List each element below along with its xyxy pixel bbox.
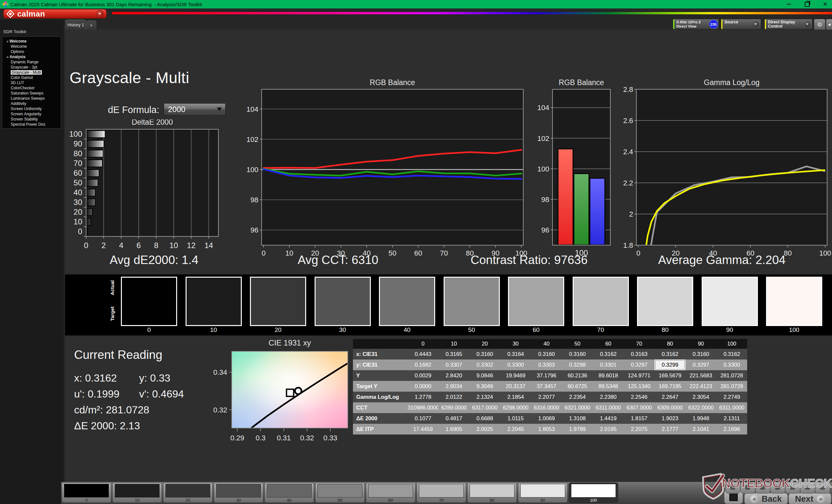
table-cell[interactable]: 1.0069: [531, 413, 562, 424]
sidebar-item-options[interactable]: Options: [2, 49, 61, 54]
table-cell[interactable]: 2.2546: [624, 392, 654, 402]
table-cell[interactable]: 2.2647: [654, 392, 685, 402]
settings-gear-button[interactable]: ⚙: [814, 19, 826, 30]
table-cell[interactable]: 1.2778: [408, 392, 438, 402]
table-cell[interactable]: 2.2354: [562, 392, 593, 402]
table-cell[interactable]: 0.0000: [408, 381, 438, 392]
table-cell[interactable]: 0.3163: [624, 349, 654, 360]
table-cell[interactable]: 2.2077: [531, 392, 562, 402]
calman-menu-dropdown-icon[interactable]: [96, 10, 104, 18]
pattern-button-50[interactable]: 50: [315, 482, 365, 503]
table-cell[interactable]: 1.8053: [531, 424, 562, 435]
source-dropdown[interactable]: Source: [721, 19, 761, 30]
table-cell[interactable]: 1.4419: [593, 413, 624, 424]
mini-toolbar-button-1[interactable]: [725, 482, 740, 494]
table-cell[interactable]: 2.0025: [469, 424, 500, 435]
sidebar-item-luminance-sweeps[interactable]: Luminance Sweeps: [2, 96, 61, 101]
table-cell[interactable]: 6307.0000: [624, 402, 654, 413]
display-control-dropdown[interactable]: Direct Display Control: [764, 19, 812, 30]
table-cell[interactable]: 2.2075: [624, 424, 654, 435]
tab-history-1[interactable]: History 1: [65, 20, 86, 30]
table-cell[interactable]: 222.4123: [685, 381, 716, 392]
table-cell[interactable]: 60.6725: [562, 381, 593, 392]
sidebar-item-screen-angularity[interactable]: Screen Angularity: [2, 111, 61, 117]
table-cell[interactable]: 89.6018: [593, 370, 624, 381]
mini-toolbar-button-6[interactable]: [800, 482, 815, 494]
table-cell[interactable]: 2.1777: [654, 424, 685, 435]
table-cell[interactable]: 0.3307: [438, 360, 469, 370]
panel-collapse-button[interactable]: ◀: [826, 19, 832, 30]
table-cell[interactable]: 1.8157: [624, 413, 654, 424]
table-cell[interactable]: 0.3164: [500, 349, 531, 360]
table-cell[interactable]: 2.2380: [593, 392, 624, 402]
table-cell[interactable]: 1.0115: [500, 413, 531, 424]
display-control-dropdown-icon[interactable]: [805, 21, 810, 28]
mini-toolbar-button-4[interactable]: [770, 482, 785, 494]
table-cell[interactable]: 6321.0000: [562, 402, 593, 413]
table-cell[interactable]: 2.1324: [469, 392, 500, 402]
sidebar-item-welcome[interactable]: Welcome: [2, 44, 61, 49]
table-cell[interactable]: 124.9771: [624, 370, 654, 381]
table-cell[interactable]: 6317.0000: [469, 402, 500, 413]
table-cell[interactable]: 0.3160: [469, 349, 500, 360]
table-cell[interactable]: 2.1041: [685, 424, 716, 435]
close-button[interactable]: ×: [820, 0, 830, 8]
sidebar-item-saturation-sweeps[interactable]: Saturation Sweeps: [2, 91, 61, 96]
table-cell[interactable]: 0.3299: [654, 360, 685, 370]
pattern-button-10[interactable]: 10: [112, 482, 162, 503]
sidebar-item-3d-lut[interactable]: 3D LUT: [2, 80, 61, 85]
table-cell[interactable]: 9.3049: [469, 381, 500, 392]
source-dropdown-icon[interactable]: [752, 21, 759, 28]
table-cell[interactable]: 9.0846: [469, 370, 500, 381]
table-cell[interactable]: 0.3301: [593, 360, 624, 370]
table-cell[interactable]: 2.1696: [716, 424, 747, 435]
table-cell[interactable]: 6309.0000: [654, 402, 685, 413]
table-cell[interactable]: 0.1682: [408, 360, 438, 370]
table-cell[interactable]: 1.6905: [438, 424, 469, 435]
table-cell[interactable]: 0.3297: [685, 360, 716, 370]
pattern-button-70[interactable]: 70: [417, 482, 466, 503]
table-cell[interactable]: 0.0029: [408, 370, 438, 381]
table-cell[interactable]: 125.1340: [624, 381, 654, 392]
add-tab-button[interactable]: +: [86, 21, 96, 30]
table-cell[interactable]: 6298.0000: [500, 402, 531, 413]
pattern-button-20[interactable]: 20: [163, 482, 212, 503]
table-cell[interactable]: 0.3160: [531, 349, 562, 360]
table-cell[interactable]: 2.2749: [716, 392, 747, 402]
maximize-button[interactable]: [802, 0, 812, 8]
next-button[interactable]: Next »: [788, 493, 831, 504]
table-cell[interactable]: 281.0728: [716, 370, 747, 381]
table-cell[interactable]: 0.3302: [469, 360, 500, 370]
sidebar-item-welcome[interactable]: ◢Welcome: [2, 39, 61, 44]
table-cell[interactable]: 60.2136: [562, 370, 593, 381]
table-cell[interactable]: 89.5348: [593, 381, 624, 392]
table-cell[interactable]: 6311.0000: [716, 402, 747, 413]
table-cell[interactable]: 0.4817: [438, 413, 469, 424]
table-cell[interactable]: 0.6688: [469, 413, 500, 424]
table-cell[interactable]: 6289.0000: [438, 402, 469, 413]
table-cell[interactable]: 2.3054: [685, 392, 716, 402]
sidebar-item-grayscale-2pt[interactable]: Grayscale - 2pt: [2, 65, 61, 70]
mini-toolbar-button-7[interactable]: [815, 482, 830, 494]
sidebar-item-color-gamut[interactable]: Color Gamut: [2, 75, 61, 80]
table-cell[interactable]: 0.3162: [716, 349, 747, 360]
table-cell[interactable]: 0.3303: [531, 360, 562, 370]
pattern-button-40[interactable]: 40: [264, 482, 314, 503]
table-cell[interactable]: 169.7195: [654, 381, 685, 392]
pattern-button-100[interactable]: 100: [569, 482, 618, 503]
table-cell[interactable]: 37.3457: [531, 381, 562, 392]
sidebar-item-screen-stability[interactable]: Screen Stability: [2, 117, 61, 122]
back-button[interactable]: « Back: [744, 493, 788, 504]
table-cell[interactable]: 6316.0000: [531, 402, 562, 413]
table-cell[interactable]: 0.3300: [500, 360, 531, 370]
table-cell[interactable]: 0.3300: [716, 360, 747, 370]
mini-toolbar-button-5[interactable]: [785, 482, 800, 494]
table-cell[interactable]: 1.3108: [562, 413, 593, 424]
sidebar-item-spectral-power-dist[interactable]: Spectral Power Dist.: [2, 122, 61, 127]
minimize-button[interactable]: [784, 0, 794, 8]
table-cell[interactable]: 20.3137: [500, 381, 531, 392]
table-cell[interactable]: 2.0195: [593, 424, 624, 435]
table-cell[interactable]: 1.9799: [562, 424, 593, 435]
table-cell[interactable]: 6322.0000: [685, 402, 716, 413]
table-cell[interactable]: 37.1796: [531, 370, 562, 381]
